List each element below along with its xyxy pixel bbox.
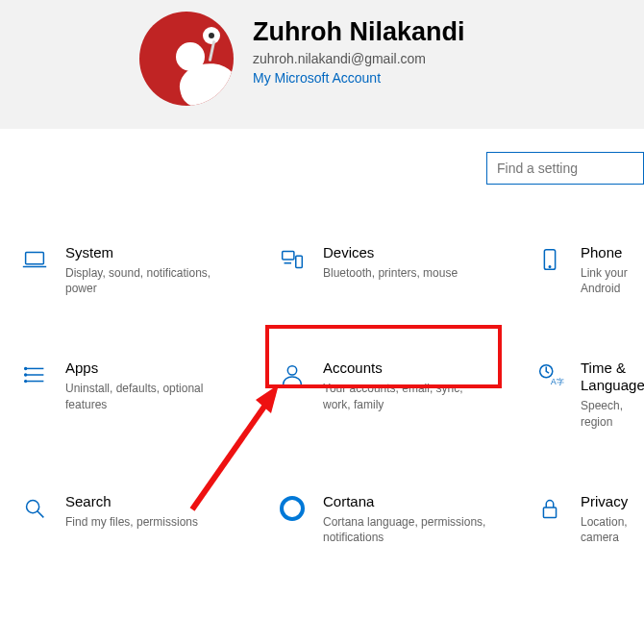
svg-point-12: [25, 381, 27, 383]
microsoft-account-link[interactable]: My Microsoft Account: [253, 70, 465, 86]
avatar: [139, 12, 234, 106]
card-title: System: [65, 244, 229, 261]
svg-point-13: [287, 366, 296, 375]
account-banner: Zuhroh Nilakandi zuhroh.nilakandi@gmail.…: [0, 0, 644, 129]
svg-point-11: [25, 374, 27, 376]
card-title: Phone: [581, 244, 644, 261]
devices-icon: [277, 244, 308, 275]
card-desc: Link your Android: [581, 265, 644, 296]
card-accounts[interactable]: Accounts Your accounts, email, sync, wor…: [277, 354, 534, 434]
card-privacy[interactable]: Privacy Location, camera: [534, 487, 644, 551]
search-icon: [19, 493, 50, 524]
user-name: Zuhroh Nilakandi: [253, 17, 465, 47]
svg-point-16: [27, 500, 39, 512]
svg-rect-3: [296, 256, 303, 267]
svg-rect-18: [543, 508, 556, 517]
user-email: zuhroh.nilakandi@gmail.com: [253, 51, 465, 66]
search-input[interactable]: [486, 152, 644, 185]
card-title: Accounts: [323, 359, 486, 377]
person-icon: [277, 359, 308, 390]
settings-grid: System Display, sound, notifications, po…: [0, 238, 644, 551]
card-desc: Cortana language, permissions, notificat…: [323, 514, 486, 545]
card-apps[interactable]: Apps Uninstall, defaults, optional featu…: [19, 354, 277, 434]
svg-text:A字: A字: [551, 378, 564, 387]
lock-icon: [534, 493, 565, 524]
card-devices[interactable]: Devices Bluetooth, printers, mouse: [277, 238, 534, 302]
apps-icon: [19, 359, 50, 390]
card-desc: Find my files, permissions: [65, 514, 198, 530]
svg-point-10: [25, 368, 27, 370]
cortana-icon: [277, 493, 308, 524]
card-desc: Bluetooth, printers, mouse: [323, 265, 458, 281]
svg-line-17: [37, 511, 44, 518]
laptop-icon: [19, 244, 50, 275]
card-title: Privacy: [581, 493, 644, 510]
card-search[interactable]: Search Find my files, permissions: [19, 487, 277, 551]
card-time-language[interactable]: A字 Time & Language Speech, region: [534, 354, 644, 434]
card-desc: Location, camera: [581, 514, 644, 545]
card-desc: Your accounts, email, sync, work, family: [323, 381, 486, 411]
user-info: Zuhroh Nilakandi zuhroh.nilakandi@gmail.…: [253, 12, 465, 86]
svg-point-6: [549, 266, 551, 268]
card-system[interactable]: System Display, sound, notifications, po…: [19, 238, 277, 302]
svg-rect-2: [283, 252, 294, 260]
time-language-icon: A字: [534, 359, 565, 390]
card-title: Time & Language: [581, 359, 644, 394]
card-desc: Speech, region: [581, 398, 644, 429]
card-desc: Uninstall, defaults, optional features: [65, 381, 229, 411]
card-cortana[interactable]: Cortana Cortana language, permissions, n…: [277, 487, 534, 551]
svg-rect-0: [26, 253, 44, 264]
card-phone[interactable]: Phone Link your Android: [534, 238, 644, 302]
card-title: Apps: [65, 359, 229, 377]
card-title: Search: [65, 493, 198, 510]
card-title: Devices: [323, 244, 458, 261]
card-desc: Display, sound, notifications, power: [65, 265, 229, 296]
phone-icon: [534, 244, 565, 275]
card-title: Cortana: [323, 493, 486, 510]
